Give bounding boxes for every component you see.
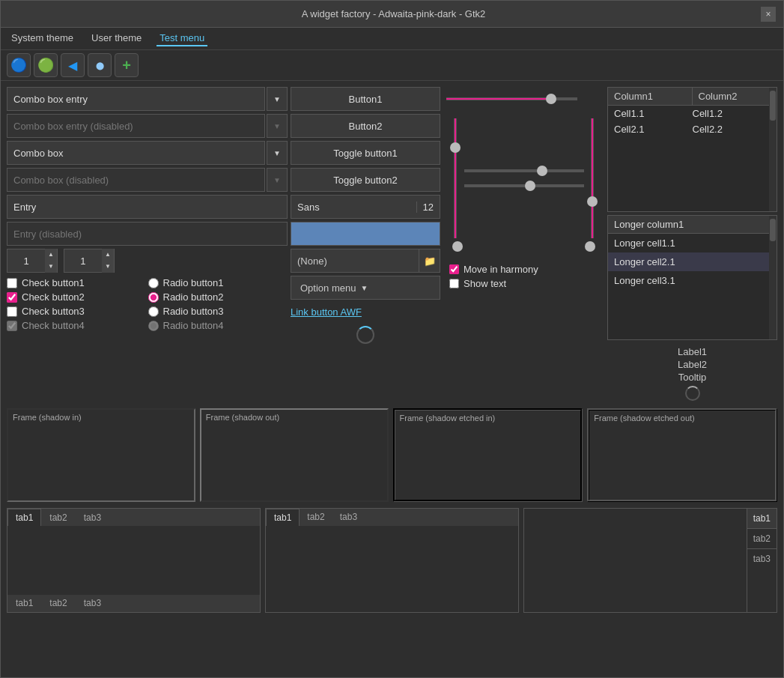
- check-1-input[interactable]: [7, 278, 17, 288]
- show-text-check[interactable]: Show text: [449, 278, 598, 289]
- radio-3-input[interactable]: [148, 306, 159, 317]
- spin-down-1[interactable]: ▼: [45, 261, 57, 273]
- move-harmony-input[interactable]: [449, 264, 459, 274]
- longer-tree-row-1[interactable]: Longer cell1.1: [608, 234, 777, 252]
- spin-down-2[interactable]: ▼: [102, 261, 114, 273]
- window-title: A widget factory - Adwaita-pink-dark - G…: [26, 8, 761, 19]
- toolbar-btn-add[interactable]: +: [115, 53, 139, 77]
- tab-widget-2-tab3[interactable]: tab3: [332, 509, 365, 526]
- tab-widget-1-tab1[interactable]: tab1: [7, 509, 41, 526]
- spin-up-2[interactable]: ▲: [102, 249, 114, 261]
- option-menu-label: Option menu: [300, 282, 356, 294]
- combo-box-input[interactable]: [7, 141, 265, 165]
- tree-row-2[interactable]: Cell2.1 Cell2.2: [608, 121, 777, 137]
- button-2[interactable]: Button2: [291, 114, 440, 138]
- column-2: Button1 Button2 Toggle button1 Toggle bu…: [291, 87, 440, 402]
- check-button-2[interactable]: Check button2: [7, 291, 147, 303]
- v-slider-2-pink: [592, 118, 593, 238]
- v-slider-1-thumb: [450, 142, 461, 153]
- tab-widget-2: tab1 tab2 tab3: [265, 508, 519, 613]
- tab-widget-1-tab2[interactable]: tab2: [41, 509, 75, 526]
- check-button-1[interactable]: Check button1: [7, 277, 147, 288]
- toolbar-btn-3[interactable]: ◀: [61, 53, 85, 77]
- label-2: Label2: [607, 359, 777, 370]
- button-1[interactable]: Button1: [291, 87, 440, 111]
- radio-1-input[interactable]: [148, 278, 159, 288]
- longer-tree-header: Longer column1: [608, 216, 777, 234]
- toolbar-btn-4[interactable]: ⬤: [88, 53, 112, 77]
- toggle-button-1[interactable]: Toggle button1: [291, 141, 440, 165]
- h-slider-top-pink: [446, 98, 551, 100]
- file-open-icon[interactable]: 📁: [419, 249, 440, 273]
- option-menu-arrow: ▼: [360, 284, 368, 292]
- longer-tree-scrollbar[interactable]: [769, 216, 777, 339]
- check-2-label: Check button2: [22, 291, 85, 303]
- menu-user-theme[interactable]: User theme: [88, 31, 145, 46]
- column-1: ▼ ▼ ▼ ▼: [7, 87, 288, 402]
- tab-widget-1-bottom-tab2[interactable]: tab2: [41, 595, 75, 612]
- tab-widget-3-tab3[interactable]: tab3: [747, 549, 777, 569]
- file-none-label: (None): [291, 255, 419, 267]
- move-harmony-check[interactable]: Move in harmony: [449, 264, 598, 275]
- combo-box-row: ▼: [7, 141, 288, 165]
- radio-button-2[interactable]: Radio button2: [148, 291, 288, 303]
- h-slider-mid-2-thumb: [525, 181, 535, 191]
- tree-scrollbar-thumb: [770, 91, 776, 121]
- toolbar-btn-1[interactable]: 🔵: [7, 53, 31, 77]
- combo-entry-input[interactable]: [7, 87, 265, 111]
- label-1: Label1: [607, 346, 777, 357]
- h-slider-top-track: [446, 97, 577, 100]
- main-window: A widget factory - Adwaita-pink-dark - G…: [0, 0, 784, 678]
- tab-widget-1-bottom-tab3[interactable]: tab3: [76, 595, 109, 612]
- h-slider-top-thumb: [546, 94, 556, 104]
- close-button[interactable]: ×: [761, 7, 776, 22]
- column-3: Move in harmony Show text: [443, 87, 604, 402]
- spinner-icon: [356, 326, 374, 344]
- tab-widget-2-tab2[interactable]: tab2: [300, 509, 332, 526]
- frame-shadow-out-label: Frame (shadow out): [203, 411, 282, 423]
- check-button-4[interactable]: Check button4: [7, 320, 147, 331]
- frames-row: Frame (shadow in) Frame (shadow out) Fra…: [7, 405, 777, 504]
- longer-tree-row-3[interactable]: Longer cell3.1: [608, 271, 777, 290]
- option-menu-button[interactable]: Option menu ▼: [291, 276, 440, 300]
- menu-test-menu[interactable]: Test menu: [157, 31, 207, 46]
- tree-view-1: Column1 Column2 Cell1.1 Cell1.2 Cell2.1 …: [607, 87, 777, 212]
- spin-input-1[interactable]: [7, 255, 45, 267]
- tab-widget-2-tab1[interactable]: tab1: [266, 509, 300, 526]
- frame-shadow-in: Frame (shadow in): [7, 408, 195, 501]
- spin-up-1[interactable]: ▲: [45, 249, 57, 261]
- radio-button-4[interactable]: Radio button4: [148, 320, 288, 331]
- entry-input[interactable]: [7, 195, 288, 219]
- tab-widget-1-tab3[interactable]: tab3: [76, 509, 109, 526]
- spin-input-2[interactable]: [64, 255, 102, 267]
- small-spinner: [685, 386, 700, 401]
- radio-4-label: Radio button4: [163, 320, 224, 331]
- tab-widget-2-top-tabs: tab1 tab2 tab3: [266, 509, 518, 526]
- radio-2-input[interactable]: [148, 292, 159, 303]
- show-text-input[interactable]: [449, 279, 459, 288]
- longer-tree-row-2[interactable]: Longer cell2.1: [608, 252, 777, 271]
- radio-button-3[interactable]: Radio button3: [148, 306, 288, 317]
- check-3-input[interactable]: [7, 306, 17, 317]
- file-chooser: (None) 📁: [291, 249, 440, 273]
- tab-widget-3-tab1[interactable]: tab1: [747, 509, 777, 529]
- tab-widget-1-bottom-tab1[interactable]: tab1: [7, 595, 41, 612]
- link-button[interactable]: Link button AWF: [291, 303, 440, 321]
- combo-entry-arrow[interactable]: ▼: [267, 87, 288, 111]
- radio-3-label: Radio button3: [163, 306, 224, 317]
- menu-system-theme[interactable]: System theme: [8, 31, 76, 46]
- check-2-input[interactable]: [7, 292, 17, 303]
- toolbar-btn-2[interactable]: 🟢: [34, 53, 58, 77]
- radio-button-1[interactable]: Radio button1: [148, 277, 288, 288]
- tab-widget-3-tab2[interactable]: tab2: [747, 529, 777, 549]
- font-selector[interactable]: Sans 12: [291, 195, 440, 219]
- color-swatch[interactable]: [291, 222, 440, 246]
- toggle-button-2[interactable]: Toggle button2: [291, 168, 440, 192]
- tree-row-1[interactable]: Cell1.1 Cell1.2: [608, 106, 777, 121]
- combo-box-arrow[interactable]: ▼: [267, 141, 288, 165]
- check-button-3[interactable]: Check button3: [7, 306, 147, 317]
- tree-scrollbar[interactable]: [769, 88, 777, 211]
- font-size-label: 12: [416, 202, 440, 213]
- longer-tree-scrollbar-thumb: [770, 219, 776, 241]
- radio-4-input: [148, 321, 159, 331]
